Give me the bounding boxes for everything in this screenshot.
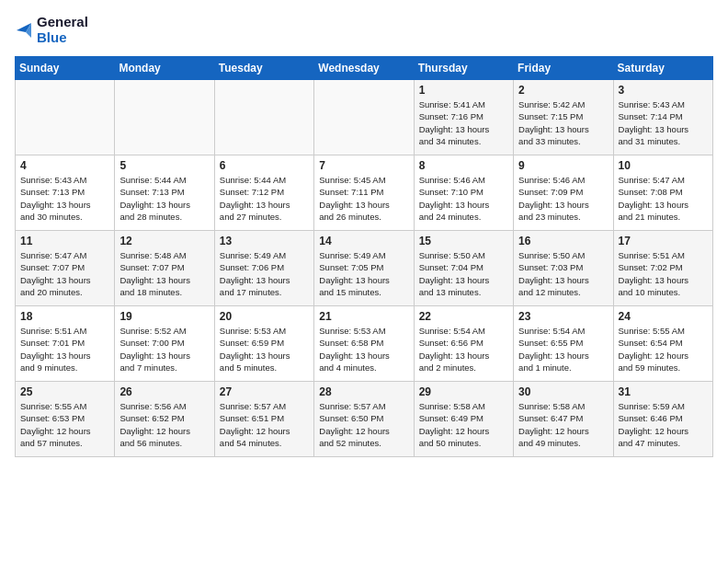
calendar-week-row: 25Sunrise: 5:55 AM Sunset: 6:53 PM Dayli…: [16, 382, 713, 457]
day-number: 6: [220, 159, 309, 172]
calendar-cell: 4Sunrise: 5:43 AM Sunset: 7:13 PM Daylig…: [16, 155, 115, 231]
day-number: 10: [619, 159, 708, 172]
day-info: Sunrise: 5:58 AM Sunset: 6:49 PM Dayligh…: [419, 400, 508, 449]
weekday-header: Sunday: [16, 57, 115, 80]
calendar-cell: 8Sunrise: 5:46 AM Sunset: 7:10 PM Daylig…: [414, 155, 513, 231]
calendar-cell: 2Sunrise: 5:42 AM Sunset: 7:15 PM Daylig…: [514, 80, 613, 155]
logo-bird-icon: [15, 19, 31, 41]
day-info: Sunrise: 5:55 AM Sunset: 6:54 PM Dayligh…: [619, 325, 708, 373]
day-number: 19: [119, 310, 209, 323]
day-info: Sunrise: 5:46 AM Sunset: 7:10 PM Dayligh…: [419, 174, 508, 223]
calendar-cell: 22Sunrise: 5:54 AM Sunset: 6:56 PM Dayli…: [414, 306, 513, 382]
day-number: 21: [319, 310, 408, 323]
calendar-cell: 12Sunrise: 5:48 AM Sunset: 7:07 PM Dayli…: [115, 231, 214, 306]
day-number: 4: [20, 159, 109, 172]
calendar-cell: 14Sunrise: 5:49 AM Sunset: 7:05 PM Dayli…: [314, 231, 414, 306]
calendar-cell: 25Sunrise: 5:55 AM Sunset: 6:53 PM Dayli…: [16, 382, 115, 457]
calendar-cell: 11Sunrise: 5:47 AM Sunset: 7:07 PM Dayli…: [16, 231, 115, 306]
day-number: 31: [619, 385, 708, 398]
calendar-cell: [314, 80, 414, 155]
day-info: Sunrise: 5:45 AM Sunset: 7:11 PM Dayligh…: [319, 174, 408, 223]
weekday-header: Monday: [115, 57, 214, 80]
day-info: Sunrise: 5:52 AM Sunset: 7:00 PM Dayligh…: [119, 325, 209, 373]
calendar-cell: 6Sunrise: 5:44 AM Sunset: 7:12 PM Daylig…: [214, 155, 313, 231]
day-info: Sunrise: 5:50 AM Sunset: 7:04 PM Dayligh…: [419, 249, 508, 298]
calendar-week-row: 1Sunrise: 5:41 AM Sunset: 7:16 PM Daylig…: [16, 80, 713, 155]
day-info: Sunrise: 5:46 AM Sunset: 7:09 PM Dayligh…: [518, 174, 608, 223]
day-number: 3: [619, 84, 708, 97]
day-info: Sunrise: 5:55 AM Sunset: 6:53 PM Dayligh…: [20, 400, 109, 449]
calendar-cell: 23Sunrise: 5:54 AM Sunset: 6:55 PM Dayli…: [514, 306, 613, 382]
calendar-cell: 10Sunrise: 5:47 AM Sunset: 7:08 PM Dayli…: [613, 155, 712, 231]
day-info: Sunrise: 5:53 AM Sunset: 6:58 PM Dayligh…: [319, 325, 408, 373]
calendar-cell: 28Sunrise: 5:57 AM Sunset: 6:50 PM Dayli…: [314, 382, 414, 457]
day-number: 22: [419, 310, 508, 323]
day-number: 11: [20, 235, 109, 247]
day-number: 25: [20, 385, 109, 398]
logo-container: General Blue: [15, 15, 88, 45]
day-info: Sunrise: 5:57 AM Sunset: 6:50 PM Dayligh…: [319, 400, 408, 449]
day-number: 5: [119, 159, 209, 172]
day-info: Sunrise: 5:49 AM Sunset: 7:06 PM Dayligh…: [220, 249, 309, 298]
calendar-cell: [214, 80, 313, 155]
logo: General Blue: [15, 15, 88, 45]
day-number: 2: [518, 84, 608, 97]
day-number: 14: [319, 235, 408, 247]
calendar-table: SundayMondayTuesdayWednesdayThursdayFrid…: [15, 56, 713, 457]
weekday-header: Thursday: [414, 57, 513, 80]
logo-line1: General: [37, 15, 88, 30]
calendar-cell: 17Sunrise: 5:51 AM Sunset: 7:02 PM Dayli…: [613, 231, 712, 306]
day-number: 8: [419, 159, 508, 172]
calendar-cell: 27Sunrise: 5:57 AM Sunset: 6:51 PM Dayli…: [214, 382, 313, 457]
calendar-cell: [16, 80, 115, 155]
page-header: General Blue: [15, 15, 713, 45]
day-info: Sunrise: 5:56 AM Sunset: 6:52 PM Dayligh…: [119, 400, 209, 449]
day-info: Sunrise: 5:42 AM Sunset: 7:15 PM Dayligh…: [518, 98, 608, 147]
day-info: Sunrise: 5:44 AM Sunset: 7:12 PM Dayligh…: [220, 174, 309, 223]
day-number: 17: [619, 235, 708, 247]
calendar-cell: 30Sunrise: 5:58 AM Sunset: 6:47 PM Dayli…: [514, 382, 613, 457]
calendar-cell: 21Sunrise: 5:53 AM Sunset: 6:58 PM Dayli…: [314, 306, 414, 382]
calendar-cell: 31Sunrise: 5:59 AM Sunset: 6:46 PM Dayli…: [613, 382, 712, 457]
day-info: Sunrise: 5:57 AM Sunset: 6:51 PM Dayligh…: [220, 400, 309, 449]
day-info: Sunrise: 5:58 AM Sunset: 6:47 PM Dayligh…: [518, 400, 608, 449]
calendar-cell: 15Sunrise: 5:50 AM Sunset: 7:04 PM Dayli…: [414, 231, 513, 306]
calendar-week-row: 18Sunrise: 5:51 AM Sunset: 7:01 PM Dayli…: [16, 306, 713, 382]
calendar-cell: 9Sunrise: 5:46 AM Sunset: 7:09 PM Daylig…: [514, 155, 613, 231]
calendar-cell: 26Sunrise: 5:56 AM Sunset: 6:52 PM Dayli…: [115, 382, 214, 457]
day-info: Sunrise: 5:48 AM Sunset: 7:07 PM Dayligh…: [119, 249, 209, 298]
day-info: Sunrise: 5:54 AM Sunset: 6:55 PM Dayligh…: [518, 325, 608, 373]
calendar-week-row: 11Sunrise: 5:47 AM Sunset: 7:07 PM Dayli…: [16, 231, 713, 306]
day-info: Sunrise: 5:43 AM Sunset: 7:13 PM Dayligh…: [20, 174, 109, 223]
logo-line2: Blue: [37, 30, 88, 46]
calendar-cell: 29Sunrise: 5:58 AM Sunset: 6:49 PM Dayli…: [414, 382, 513, 457]
day-number: 23: [518, 310, 608, 323]
calendar-cell: 3Sunrise: 5:43 AM Sunset: 7:14 PM Daylig…: [613, 80, 712, 155]
calendar-cell: [115, 80, 214, 155]
day-number: 27: [220, 385, 309, 398]
calendar-cell: 19Sunrise: 5:52 AM Sunset: 7:00 PM Dayli…: [115, 306, 214, 382]
day-info: Sunrise: 5:47 AM Sunset: 7:08 PM Dayligh…: [619, 174, 708, 223]
day-info: Sunrise: 5:51 AM Sunset: 7:02 PM Dayligh…: [619, 249, 708, 298]
calendar-cell: 18Sunrise: 5:51 AM Sunset: 7:01 PM Dayli…: [16, 306, 115, 382]
day-info: Sunrise: 5:41 AM Sunset: 7:16 PM Dayligh…: [419, 98, 508, 147]
day-number: 29: [419, 385, 508, 398]
day-number: 16: [518, 235, 608, 247]
calendar-cell: 20Sunrise: 5:53 AM Sunset: 6:59 PM Dayli…: [214, 306, 313, 382]
day-info: Sunrise: 5:50 AM Sunset: 7:03 PM Dayligh…: [518, 249, 608, 298]
day-number: 9: [518, 159, 608, 172]
calendar-cell: 1Sunrise: 5:41 AM Sunset: 7:16 PM Daylig…: [414, 80, 513, 155]
weekday-header: Tuesday: [214, 57, 313, 80]
calendar-cell: 13Sunrise: 5:49 AM Sunset: 7:06 PM Dayli…: [214, 231, 313, 306]
day-number: 15: [419, 235, 508, 247]
day-info: Sunrise: 5:51 AM Sunset: 7:01 PM Dayligh…: [20, 325, 109, 373]
day-info: Sunrise: 5:53 AM Sunset: 6:59 PM Dayligh…: [220, 325, 309, 373]
weekday-header: Saturday: [613, 57, 712, 80]
day-number: 12: [119, 235, 209, 247]
weekday-header: Friday: [514, 57, 613, 80]
calendar-cell: 5Sunrise: 5:44 AM Sunset: 7:13 PM Daylig…: [115, 155, 214, 231]
weekday-header: Wednesday: [314, 57, 414, 80]
day-info: Sunrise: 5:54 AM Sunset: 6:56 PM Dayligh…: [419, 325, 508, 373]
day-number: 24: [619, 310, 708, 323]
day-info: Sunrise: 5:47 AM Sunset: 7:07 PM Dayligh…: [20, 249, 109, 298]
